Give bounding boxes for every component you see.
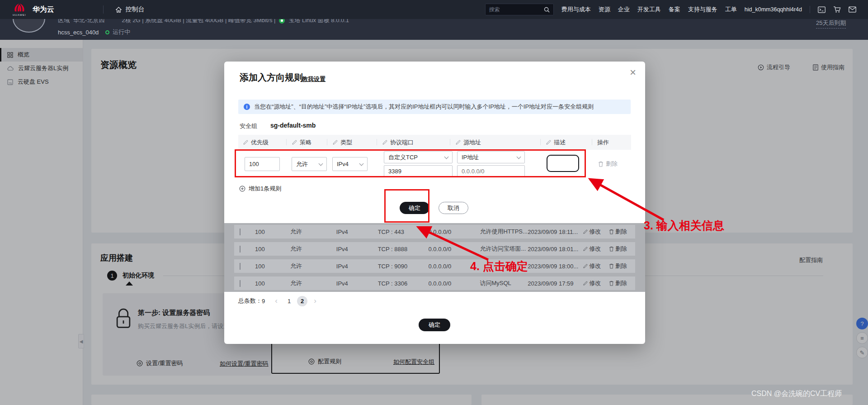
row-edit-button[interactable]: 修改 bbox=[583, 262, 609, 270]
server-name-line: hcss_ecs_040d 运行中 bbox=[58, 28, 130, 36]
chevron-down-icon bbox=[517, 154, 521, 159]
expiry-label[interactable]: 25天后到期 bbox=[816, 19, 846, 29]
row-delete-button[interactable]: 删除 bbox=[609, 245, 635, 253]
total-count: 9 bbox=[262, 298, 265, 305]
account-id[interactable]: hid_k0mm36qqhhl4r4d bbox=[745, 6, 802, 13]
trash-icon bbox=[609, 229, 614, 234]
info-banner-text: 当您在“源地址”、“目的地址”中选择“IP地址”选项后，其对应的IP地址框内可以… bbox=[254, 103, 594, 111]
huawei-wordmark: HUAWEI bbox=[13, 14, 26, 16]
mail-icon[interactable] bbox=[849, 6, 856, 13]
row-delete-button[interactable]: 删除 bbox=[609, 279, 635, 287]
search-input[interactable]: 搜索 bbox=[485, 4, 554, 15]
region-label: 区域 bbox=[58, 19, 70, 24]
page-1[interactable]: 1 bbox=[288, 298, 291, 305]
menu-resources[interactable]: 资源 bbox=[599, 5, 610, 14]
close-icon[interactable]: × bbox=[630, 66, 636, 79]
rule-input-row: 允许 IPv4 自定义TCP IP地址 删除 bbox=[238, 150, 631, 182]
huawei-logo[interactable]: HUAWEI bbox=[13, 3, 26, 16]
topbar-divider bbox=[810, 6, 810, 13]
edit-icon bbox=[455, 140, 461, 145]
chevron-down-icon bbox=[359, 161, 364, 166]
trash-icon bbox=[609, 246, 614, 252]
region-value: 华北-北京四 bbox=[73, 19, 104, 24]
rule-table-header: 优先级 策略 类型 协议端口 源地址 描述 操作 bbox=[238, 135, 631, 150]
menu-devtools[interactable]: 开发工具 bbox=[637, 5, 661, 14]
total-label: 总条数： bbox=[238, 297, 262, 305]
chevron-down-icon bbox=[444, 154, 449, 159]
row-checkbox[interactable] bbox=[240, 229, 241, 235]
security-group-value: sg-default-smb bbox=[270, 122, 316, 129]
trash-icon bbox=[598, 161, 604, 167]
console-link[interactable]: 控制台 bbox=[115, 5, 145, 14]
watermark: CSDN @会洗碗的CV工程师 bbox=[751, 389, 842, 399]
edit-icon bbox=[583, 247, 588, 252]
search-placeholder: 搜索 bbox=[489, 6, 500, 14]
row-delete-button[interactable]: 删除 bbox=[609, 262, 635, 270]
trash-icon bbox=[609, 263, 614, 269]
plus-circle-icon bbox=[239, 186, 245, 192]
trash-icon bbox=[609, 281, 614, 286]
bottom-ok-button[interactable]: 确定 bbox=[419, 319, 450, 331]
pagination: 总条数： 9 ‹ 1 2 › bbox=[238, 295, 316, 307]
strategy-select[interactable]: 允许 bbox=[292, 157, 327, 171]
next-page-arrow[interactable]: › bbox=[314, 296, 316, 305]
row-delete-button[interactable]: 删除 bbox=[609, 228, 635, 236]
server-info-bar: 区域 华北-北京四 2核 2G | 系统盘 40GIB | 流量包 400GB … bbox=[0, 19, 868, 40]
row-checkbox[interactable] bbox=[240, 280, 241, 287]
menu-support[interactable]: 支持与服务 bbox=[688, 5, 717, 14]
top-navigation-bar: HUAWEI 华为云 控制台 搜索 费用与成本 资源 企业 开发工具 备案 支持… bbox=[0, 0, 868, 19]
brand-name[interactable]: 华为云 bbox=[33, 5, 54, 14]
menu-ticket[interactable]: 工单 bbox=[725, 5, 737, 14]
server-name: hcss_ecs_040d bbox=[58, 29, 99, 36]
protocol-select[interactable]: 自定义TCP bbox=[384, 151, 453, 163]
cli-icon[interactable] bbox=[818, 6, 826, 13]
server-specs: 2核 2G | 系统盘 40GIB | 流量包 400GB | 峰值带宽 3Mb… bbox=[122, 19, 275, 24]
edit-icon bbox=[583, 281, 588, 286]
source-ip-input[interactable] bbox=[457, 165, 525, 177]
search-icon[interactable] bbox=[544, 7, 550, 13]
page-2-active[interactable]: 2 bbox=[297, 296, 307, 306]
modal-ok-button[interactable]: 确定 bbox=[400, 202, 429, 214]
table-row[interactable]: 100 允许 IPv4 TCP : 443 0.0.0.0/0 允许使用HTTP… bbox=[234, 225, 635, 238]
row-checkbox[interactable] bbox=[240, 263, 241, 270]
edit-icon bbox=[332, 140, 338, 145]
modal-title: 添加入方向规则 bbox=[240, 71, 303, 84]
modal-cancel-button[interactable]: 取消 bbox=[439, 202, 468, 214]
menu-icp[interactable]: 备案 bbox=[669, 5, 680, 14]
annotation-step4-text: 4. 点击确定 bbox=[470, 259, 528, 274]
topbar-divider bbox=[103, 5, 104, 14]
type-select[interactable]: IPv4 bbox=[332, 157, 368, 171]
huawei-flower-icon bbox=[13, 3, 26, 12]
edit-icon bbox=[583, 229, 588, 234]
cart-icon[interactable] bbox=[833, 6, 841, 13]
port-input[interactable] bbox=[384, 165, 453, 177]
table-row[interactable]: 100 允许 IPv4 TCP : 3306 0.0.0.0/0 访问MySQL… bbox=[234, 276, 635, 290]
delete-rule-button[interactable]: 删除 bbox=[598, 160, 618, 168]
bt-panel-label: 宝塔 Linux 面板 8.0.0.1 bbox=[288, 19, 349, 24]
description-input[interactable] bbox=[547, 155, 579, 172]
priority-input[interactable] bbox=[245, 157, 280, 171]
info-icon: i bbox=[244, 104, 250, 110]
server-avatar bbox=[13, 19, 45, 33]
teach-me-link[interactable]: 教我设置 bbox=[302, 75, 326, 83]
table-row[interactable]: 100 允许 IPv4 TCP : 9090 0.0.0.0/0 2023/09… bbox=[234, 259, 635, 273]
edit-icon bbox=[382, 140, 387, 145]
menu-enterprise[interactable]: 企业 bbox=[618, 5, 630, 14]
status-label: 运行中 bbox=[113, 28, 130, 36]
status-running-dot bbox=[105, 30, 109, 34]
edit-icon bbox=[292, 140, 297, 145]
row-edit-button[interactable]: 修改 bbox=[583, 279, 609, 287]
menu-cost[interactable]: 费用与成本 bbox=[561, 5, 591, 14]
home-icon bbox=[115, 6, 122, 13]
edit-icon bbox=[583, 264, 588, 269]
server-spec-line: 区域 华北-北京四 2核 2G | 系统盘 40GIB | 流量包 400GB … bbox=[58, 19, 349, 24]
bt-panel-icon bbox=[279, 19, 285, 24]
table-row[interactable]: 100 允许 IPv4 TCP : 8888 0.0.0.0/0 允许访问宝塔面… bbox=[234, 242, 635, 256]
row-checkbox[interactable] bbox=[240, 246, 241, 253]
source-type-select[interactable]: IP地址 bbox=[457, 151, 525, 163]
row-edit-button[interactable]: 修改 bbox=[583, 228, 609, 236]
row-edit-button[interactable]: 修改 bbox=[583, 245, 609, 253]
info-banner: i 当您在“源地址”、“目的地址”中选择“IP地址”选项后，其对应的IP地址框内… bbox=[238, 100, 631, 114]
add-rule-button[interactable]: 增加1条规则 bbox=[239, 185, 281, 193]
prev-page-arrow[interactable]: ‹ bbox=[275, 296, 278, 305]
